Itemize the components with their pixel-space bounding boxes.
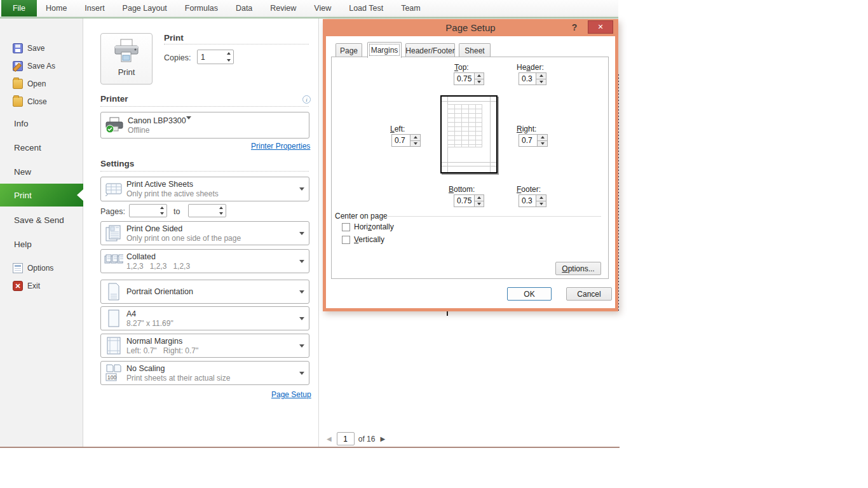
step-down[interactable] — [410, 140, 420, 147]
sidebar-item-options[interactable]: Options — [0, 259, 83, 277]
sidebar-item-open[interactable]: Open — [0, 75, 83, 93]
tab-page[interactable]: Page — [336, 43, 362, 57]
tab-formulas[interactable]: Formulas — [176, 0, 227, 17]
pages-from-up[interactable] — [157, 205, 166, 211]
current-page-input[interactable] — [337, 432, 355, 445]
sidebar-item-recent[interactable]: Recent — [0, 135, 83, 159]
bottom-margin-stepper[interactable]: 0.75 — [454, 194, 484, 207]
sidebar-item-print-selected[interactable]: Print — [0, 184, 83, 207]
tab-load-test[interactable]: Load Test — [340, 0, 392, 17]
sidebar-item-exit[interactable]: ✕ Exit — [0, 277, 83, 295]
print-what-dropdown[interactable]: Print Active Sheets Only print the activ… — [100, 177, 309, 201]
tab-view[interactable]: View — [305, 0, 340, 17]
collation-dropdown[interactable]: Collated 1,2,3 1,2,3 1,2,3 — [100, 249, 309, 273]
duplex-dropdown[interactable]: Print One Sided Only print on one side o… — [100, 221, 309, 245]
tab-margins[interactable]: Margins — [367, 42, 402, 58]
open-folder-icon — [13, 79, 23, 89]
bottom-margin-label: Bottom: — [449, 185, 475, 194]
portrait-icon — [107, 283, 121, 301]
copies-stepper[interactable] — [197, 50, 234, 64]
sidebar-item-save[interactable]: Save — [0, 39, 83, 57]
vertically-checkbox[interactable] — [342, 236, 350, 244]
tab-review[interactable]: Review — [261, 0, 305, 17]
tab-sheet[interactable]: Sheet — [459, 43, 491, 57]
pages-to-input[interactable] — [189, 205, 216, 217]
pages-to-up[interactable] — [216, 205, 226, 211]
bottom-margin-value[interactable]: 0.75 — [454, 195, 474, 207]
tab-insert[interactable]: Insert — [76, 0, 113, 17]
footer-margin-stepper[interactable]: 0.3 — [519, 194, 546, 207]
step-down[interactable] — [475, 201, 484, 207]
page-setup-link[interactable]: Page Setup — [271, 390, 311, 399]
print-heading: Print — [164, 33, 184, 43]
sidebar-item-save-as[interactable]: Save As — [0, 57, 83, 75]
next-page-icon[interactable]: ▶ — [380, 435, 385, 442]
tab-page-layout[interactable]: Page Layout — [114, 0, 176, 17]
header-margin-stepper[interactable]: 0.3 — [519, 72, 546, 85]
sidebar-item-label: Save As — [27, 62, 55, 71]
left-margin-value[interactable]: 0.7 — [392, 135, 410, 146]
scaling-dropdown[interactable]: 100 No Scaling Print sheets at their act… — [100, 361, 309, 385]
previous-page-icon[interactable]: ◀ — [327, 435, 332, 442]
right-margin-value[interactable]: 0.7 — [519, 135, 537, 146]
tab-home[interactable]: Home — [37, 0, 76, 17]
print-button[interactable]: Print — [100, 33, 153, 85]
help-icon[interactable]: ? — [569, 22, 580, 34]
footer-margin-value[interactable]: 0.3 — [519, 195, 536, 207]
step-up[interactable] — [410, 135, 420, 140]
step-down[interactable] — [536, 201, 546, 207]
pages-from-down[interactable] — [157, 211, 166, 217]
sidebar-item-new[interactable]: New — [0, 159, 83, 184]
step-down[interactable] — [536, 79, 546, 85]
step-down[interactable] — [475, 79, 484, 85]
right-margin-stepper[interactable]: 0.7 — [519, 134, 548, 147]
pages-from-input[interactable] — [130, 205, 157, 217]
dropdown-title: Print One Sided — [126, 224, 295, 233]
vertically-label: Vertically — [354, 235, 384, 244]
step-down[interactable] — [538, 140, 547, 147]
step-up[interactable] — [475, 73, 484, 79]
copies-input[interactable] — [198, 50, 224, 64]
dropdown-subtitle: Only print the active sheets — [126, 189, 295, 198]
close-icon[interactable]: ✕ — [588, 20, 613, 34]
copies-up-button[interactable] — [224, 50, 233, 57]
pages-to-down[interactable] — [216, 211, 226, 217]
copies-down-button[interactable] — [224, 57, 233, 64]
printer-properties-link[interactable]: Printer Properties — [251, 142, 310, 151]
top-margin-stepper[interactable]: 0.75 — [454, 72, 484, 85]
ok-button[interactable]: OK — [507, 287, 552, 301]
tab-header-footer[interactable]: Header/Footer — [405, 43, 455, 57]
margins-dropdown[interactable]: Normal Margins Left: 0.7" Right: 0.7" — [100, 334, 309, 358]
horizontally-checkbox[interactable] — [342, 223, 350, 231]
pages-to-stepper[interactable] — [188, 204, 226, 217]
step-up[interactable] — [536, 73, 546, 79]
divider — [100, 171, 309, 172]
divider — [164, 44, 309, 44]
step-up[interactable] — [538, 135, 547, 140]
sidebar-item-close[interactable]: Close — [0, 93, 83, 111]
tab-file[interactable]: File — [1, 0, 37, 17]
chevron-down-icon — [295, 229, 309, 238]
sidebar-item-save-and-send[interactable]: Save & Send — [0, 208, 83, 232]
info-icon[interactable]: i — [302, 95, 311, 104]
cancel-button[interactable]: Cancel — [566, 287, 612, 301]
printer-selector[interactable]: Canon LBP3300 Offline — [100, 112, 309, 139]
sidebar-item-help[interactable]: Help — [0, 232, 83, 256]
dropdown-title: Collated — [126, 252, 295, 261]
tab-team[interactable]: Team — [392, 0, 430, 17]
left-margin-stepper[interactable]: 0.7 — [391, 134, 421, 147]
step-up[interactable] — [536, 195, 546, 201]
sidebar-item-info[interactable]: Info — [0, 111, 83, 135]
orientation-dropdown[interactable]: Portrait Orientation — [100, 280, 309, 304]
top-margin-value[interactable]: 0.75 — [454, 73, 474, 85]
one-sided-icon — [105, 224, 122, 242]
tab-data[interactable]: Data — [227, 0, 261, 17]
backstage-sidebar: Save Save As Open Close Info Recent New … — [0, 18, 83, 447]
paper-size-dropdown[interactable]: A4 8.27" x 11.69" — [100, 306, 309, 330]
options-button[interactable]: Options... — [555, 262, 601, 275]
page-count-label: of 16 — [358, 435, 376, 444]
sidebar-item-label: Save — [27, 44, 44, 53]
header-margin-value[interactable]: 0.3 — [519, 73, 536, 85]
pages-from-stepper[interactable] — [129, 204, 167, 217]
step-up[interactable] — [475, 195, 484, 201]
